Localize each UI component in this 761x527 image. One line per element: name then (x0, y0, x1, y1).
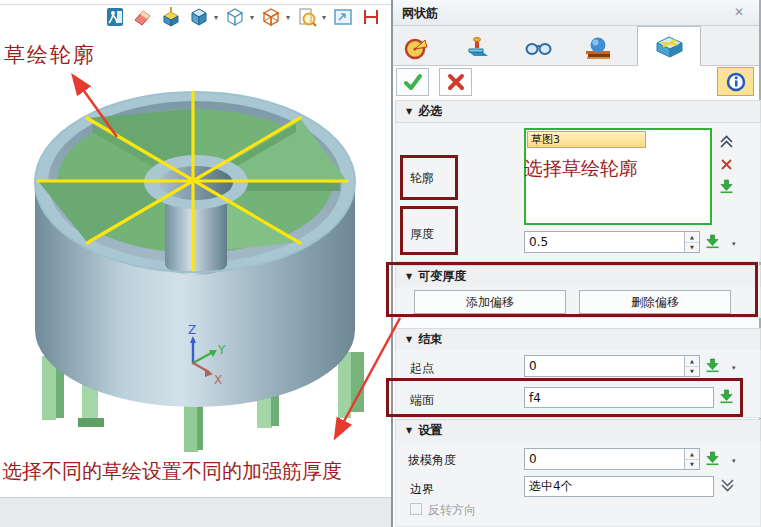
start-input[interactable]: 0 ▲▼ (524, 355, 700, 377)
mesh-rib-icon (654, 34, 684, 60)
thickness-value: 0.5 (529, 235, 548, 249)
tab-mesh-rib[interactable] (637, 26, 701, 66)
draft-angle-value: 0 (529, 452, 537, 466)
section-settings-header[interactable]: ▼ 设置 (395, 419, 761, 442)
eraser-icon[interactable] (132, 6, 154, 28)
end-face-value: f4 (529, 391, 541, 405)
3d-viewport[interactable]: Z Y X ▾ ▾ ▾ ▾ (0, 0, 391, 497)
section-variable-thickness-header[interactable]: ▼ 可变厚度 (395, 265, 761, 288)
remove-offset-button[interactable]: 删除偏移 (579, 290, 731, 314)
mesh-rib-dialog: 网状筋 ✕ (391, 0, 761, 527)
gauge-icon (404, 36, 428, 60)
fit-window-icon[interactable] (332, 6, 354, 28)
section-required-header[interactable]: ▼ 必选 (395, 100, 761, 123)
draft-angle-input[interactable]: 0 ▲▼ (524, 448, 700, 470)
application-window: Z Y X ▾ ▾ ▾ ▾ 网状筋 ✕ (0, 0, 761, 527)
start-value: 0 (529, 359, 537, 373)
check-icon (403, 72, 423, 92)
section-end-header[interactable]: ▼ 结束 (395, 328, 761, 351)
profile-list[interactable]: 草图3 (524, 128, 712, 225)
bounding-box-dropdown[interactable]: ▾ (286, 13, 290, 22)
collapse-icon: ▼ (406, 426, 412, 435)
pick-end-face-icon[interactable] (719, 389, 734, 404)
glasses-icon (524, 39, 552, 57)
dialog-tabstrip (393, 26, 759, 66)
boundary-input[interactable]: 选中4个 (524, 476, 714, 497)
reverse-direction-label: 反转方向 (428, 502, 476, 519)
axis-z-label: Z (188, 323, 196, 337)
thickness-label: 厚度 (410, 226, 434, 243)
remove-selection-icon[interactable] (719, 157, 734, 172)
section-end-label: 结束 (418, 331, 442, 348)
shaded-cube-icon[interactable] (188, 6, 210, 28)
cross-icon (446, 72, 466, 92)
shaded-cube-dropdown[interactable]: ▾ (214, 13, 218, 22)
status-strip (0, 497, 391, 527)
profile-selected-item[interactable]: 草图3 (527, 131, 646, 148)
exit-icon[interactable] (104, 6, 126, 28)
tab-glasses[interactable] (515, 30, 561, 66)
start-dropdown[interactable]: ▾ (732, 364, 736, 372)
sphere-mat-icon (585, 35, 611, 61)
ok-button[interactable] (396, 68, 429, 96)
boundary-value: 选中4个 (529, 478, 573, 495)
zoom-document-dropdown[interactable]: ▾ (322, 13, 326, 22)
zoom-document-icon[interactable] (296, 6, 318, 28)
dialog-title: 网状筋 (402, 5, 438, 22)
boundary-label: 边界 (410, 481, 434, 498)
axis-x-label: X (214, 373, 222, 387)
profile-label: 轮廓 (410, 170, 434, 187)
tab-gauge[interactable] (393, 30, 439, 66)
dialog-actions (393, 66, 759, 100)
draft-angle-dropdown[interactable]: ▾ (732, 457, 736, 465)
collapse-icon: ▼ (406, 107, 412, 116)
stamp-icon (465, 35, 491, 61)
cancel-button[interactable] (439, 68, 472, 96)
pick-profile-icon[interactable] (719, 179, 734, 194)
collapse-icon: ▼ (406, 272, 412, 281)
reverse-direction-checkbox[interactable] (410, 503, 422, 515)
start-label: 起点 (410, 360, 434, 377)
tab-stamp[interactable] (455, 30, 501, 66)
extrude-face-icon[interactable] (160, 6, 182, 28)
thickness-dropdown[interactable]: ▾ (732, 240, 736, 248)
close-icon[interactable]: ✕ (734, 5, 744, 19)
end-face-input[interactable]: f4 (524, 387, 714, 408)
3d-model-canvas: Z Y X (0, 0, 391, 497)
info-icon (726, 72, 746, 92)
info-button[interactable] (717, 67, 754, 96)
section-required-label: 必选 (418, 103, 442, 120)
pick-draft-angle-icon[interactable] (705, 451, 720, 466)
collapse-list-icon[interactable] (719, 134, 734, 149)
dialog-titlebar[interactable]: 网状筋 ✕ (393, 0, 759, 26)
start-spinner[interactable]: ▲▼ (684, 356, 699, 376)
pick-start-icon[interactable] (705, 358, 720, 373)
collapse-icon: ▼ (406, 335, 412, 344)
thickness-spinner[interactable]: ▲▼ (684, 232, 699, 252)
measure-width-icon[interactable] (360, 6, 382, 28)
section-variable-thickness-label: 可变厚度 (418, 268, 466, 285)
end-face-label: 端面 (410, 392, 434, 409)
pick-thickness-icon[interactable] (705, 234, 720, 249)
draft-angle-spinner[interactable]: ▲▼ (684, 449, 699, 469)
tab-sphere-mat[interactable] (575, 30, 621, 66)
add-offset-button[interactable]: 添加偏移 (414, 290, 566, 314)
draft-angle-label: 拔模角度 (408, 452, 456, 469)
axis-y-label: Y (217, 343, 226, 357)
view-toolbar: ▾ ▾ ▾ ▾ (104, 6, 382, 28)
section-settings-label: 设置 (418, 422, 442, 439)
expand-boundary-icon[interactable] (720, 478, 735, 493)
bounding-box-icon[interactable] (260, 6, 282, 28)
thickness-input[interactable]: 0.5 ▲▼ (524, 231, 700, 253)
wireframe-cube-dropdown[interactable]: ▾ (250, 13, 254, 22)
wireframe-cube-icon[interactable] (224, 6, 246, 28)
